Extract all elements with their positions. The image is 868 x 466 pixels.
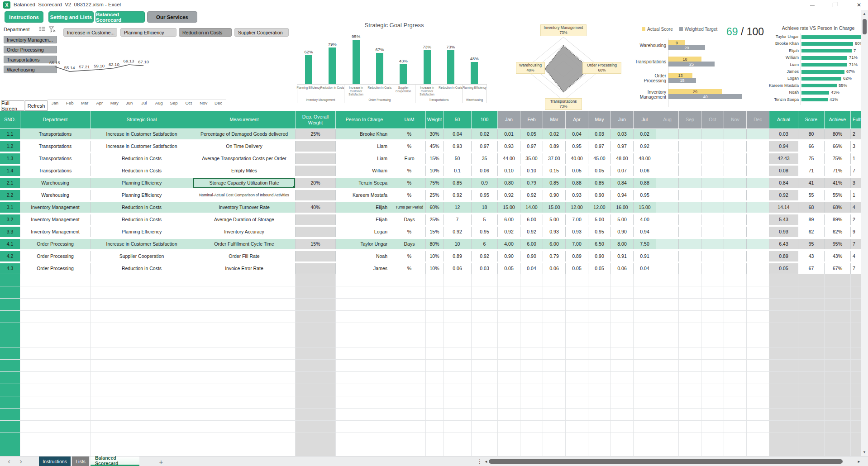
cell-target-50[interactable]: 0.85 (444, 178, 472, 188)
cell-score[interactable]: 55 (798, 190, 825, 200)
cell-month[interactable] (701, 166, 724, 176)
empty-column[interactable] (701, 274, 724, 456)
cell-uom[interactable]: Turns per Period (393, 202, 426, 213)
cell-department[interactable]: Transportations (20, 166, 91, 176)
cell-month[interactable]: 12.00 (566, 202, 588, 213)
cell-actual[interactable]: 6.43 (769, 239, 798, 249)
cell-month[interactable]: 0.06 (611, 263, 634, 274)
empty-column[interactable] (193, 274, 296, 456)
cell-month[interactable] (701, 239, 724, 249)
cell-weight[interactable]: 25% (426, 190, 444, 200)
sheet-tab-balanced-scorecard[interactable]: Balanced Scorecard (91, 456, 139, 466)
cell-department[interactable]: Transportations (20, 141, 91, 152)
cell-month[interactable]: 0.92 (520, 227, 543, 237)
cell-dep-overall-weight[interactable]: 25% (296, 129, 336, 139)
cell-strategic-goal[interactable]: Planning Efficiency (91, 190, 193, 200)
cell-month[interactable]: 0.93 (566, 227, 588, 237)
cell-strategic-goal[interactable]: Reduction in Costs (91, 153, 193, 164)
cell-month[interactable]: 0.94 (634, 227, 656, 237)
cell-month[interactable] (747, 263, 769, 274)
empty-column[interactable] (498, 274, 520, 456)
cell-achieve[interactable]: 43% (825, 251, 851, 262)
cell-achieve[interactable]: 62% (825, 227, 851, 237)
cell-target-100[interactable]: 18 (472, 202, 498, 213)
cell-month[interactable]: 16.00 (611, 202, 634, 213)
strategic-goal-slicer-item[interactable]: Reduction in Costs (179, 28, 232, 37)
table-header-cell[interactable]: Dec (747, 111, 769, 128)
cell-month[interactable]: 0.06 (543, 263, 566, 274)
cell-dep-overall-weight[interactable] (296, 214, 336, 225)
cell-month[interactable] (679, 153, 701, 164)
empty-column[interactable] (825, 274, 851, 456)
cell-person-in-charge[interactable]: Brooke Khan (336, 129, 393, 139)
cell-sno[interactable]: 1.2 (0, 141, 20, 152)
cell-actual[interactable]: 0.93 (769, 227, 798, 237)
nav-button-balanced-scorecard[interactable]: Balanced Scorecard (95, 11, 145, 23)
cell-month[interactable] (679, 202, 701, 213)
tabbar-resize-handle-icon[interactable]: ⋮ (477, 456, 483, 466)
cell-department[interactable]: Inventory Management (20, 214, 91, 225)
cell-month[interactable]: 0.89 (543, 141, 566, 152)
cell-target-100[interactable]: 5 (472, 214, 498, 225)
cell-month[interactable] (701, 178, 724, 188)
cell-achieve[interactable]: 89% (825, 214, 851, 225)
cell-month[interactable] (724, 141, 747, 152)
cell-month[interactable] (701, 263, 724, 274)
cell-month[interactable] (747, 202, 769, 213)
empty-column[interactable] (543, 274, 566, 456)
cell-month[interactable]: 35.00 (520, 153, 543, 164)
cell-month[interactable] (656, 214, 679, 225)
cell-strategic-goal[interactable]: Increase in Customer Satisfaction (91, 129, 193, 139)
cell-weight[interactable]: 10% (426, 166, 444, 176)
cell-target-100[interactable]: 35 (472, 153, 498, 164)
cell-month[interactable]: 6.50 (588, 239, 611, 249)
cell-month[interactable]: 45.00 (588, 153, 611, 164)
cell-month[interactable] (656, 141, 679, 152)
table-header-cell[interactable]: Aug (656, 111, 679, 128)
empty-column[interactable] (769, 274, 798, 456)
cell-uom[interactable]: Euro (393, 153, 426, 164)
cell-month[interactable]: 0.79 (520, 178, 543, 188)
cell-month[interactable] (724, 263, 747, 274)
multi-select-icon[interactable] (39, 26, 46, 33)
cell-department[interactable]: Order Processing (20, 251, 91, 262)
cell-measurement[interactable]: Order Fulfillment Cycle Time (193, 239, 296, 249)
cell-score[interactable]: 66 (798, 141, 825, 152)
table-header-cell[interactable]: Sep (679, 111, 701, 128)
cell-target-50[interactable]: 10 (444, 239, 472, 249)
cell-dep-overall-weight[interactable] (296, 141, 336, 152)
cell-month[interactable]: 48.00 (634, 153, 656, 164)
cell-score[interactable]: 75 (798, 153, 825, 164)
table-header-cell[interactable]: Apr (566, 111, 588, 128)
cell-target-100[interactable]: 6 (472, 239, 498, 249)
cell-weight[interactable]: 10% (426, 263, 444, 274)
cell-month[interactable]: 0.91 (611, 251, 634, 262)
cell-month[interactable]: 5.00 (543, 214, 566, 225)
table-header-cell[interactable]: Oct (701, 111, 724, 128)
cell-month[interactable] (701, 129, 724, 139)
cell-department[interactable]: Inventory Management (20, 202, 91, 213)
cell-month[interactable]: 7.00 (566, 239, 588, 249)
cell-score[interactable]: 62 (798, 227, 825, 237)
cell-month[interactable]: 4.00 (634, 214, 656, 225)
department-slicer-item[interactable]: Inventory Managem... (4, 36, 57, 43)
cell-dep-overall-weight[interactable] (296, 166, 336, 176)
cell-month[interactable]: 0.97 (588, 141, 611, 152)
cell-target-100[interactable]: 0.95 (472, 227, 498, 237)
cell-measurement[interactable]: Empty Miles (193, 166, 296, 176)
empty-column[interactable] (520, 274, 543, 456)
empty-column[interactable] (634, 274, 656, 456)
cell-month[interactable] (724, 166, 747, 176)
cell-department[interactable]: Transportations (20, 153, 91, 164)
cell-person-in-charge[interactable]: Tenzin Soepa (336, 178, 393, 188)
cell-measurement[interactable]: Storage Capacity Utilization Rate (193, 178, 296, 188)
cell-sno[interactable]: 4.1 (0, 239, 20, 249)
cell-dep-overall-weight[interactable]: 40% (296, 202, 336, 213)
cell-strategic-goal[interactable]: Reduction in Costs (91, 202, 193, 213)
cell-month[interactable]: 0.92 (498, 190, 520, 200)
cell-dep-overall-weight[interactable] (296, 153, 336, 164)
cell-measurement[interactable]: Percentage of Damaged Goods delivered (193, 129, 296, 139)
cell-uom[interactable]: Days (393, 214, 426, 225)
cell-department[interactable]: Order Processing (20, 239, 91, 249)
cell-month[interactable]: 0.85 (588, 178, 611, 188)
